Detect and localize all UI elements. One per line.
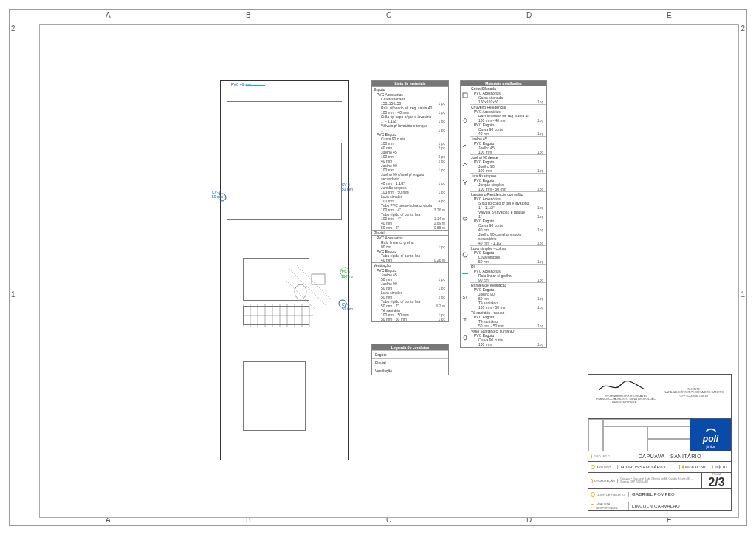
- svg-rect-19: [462, 273, 468, 274]
- legend-item: Ventilação: [372, 367, 448, 375]
- svg-point-14: [339, 300, 346, 307]
- svg-rect-12: [312, 274, 325, 284]
- pipe-segment: [246, 85, 265, 86]
- table-row: Joelho 90 c/anel p/ esgoto secundário: [372, 172, 448, 181]
- table-row: 100 mm1pç: [470, 342, 546, 347]
- sanitary-fixtures: [286, 265, 337, 310]
- svg-point-17: [463, 217, 467, 220]
- detailed-node: Joelho 90 descePVC EsgotoJoelho 90100 mm…: [461, 155, 546, 174]
- symbol-icon: [461, 316, 470, 323]
- materials-list-table: Lista de materiais EsgotoPVC AcessóriosC…: [371, 80, 449, 322]
- svg-point-18: [463, 253, 467, 257]
- grid-row-2-r: 2: [740, 24, 745, 33]
- callout-cv2: CV-250 mm: [342, 183, 353, 191]
- symbol-icon: [461, 216, 470, 222]
- assunto-value: HIDROSSANITÁRIO: [618, 465, 679, 469]
- detailed-node: Lavatório Residencial com sifãoPVC Acess…: [461, 192, 546, 246]
- detailed-node: Vaso Sanitário c/ curva 90°PVC EsgotoCur…: [461, 329, 546, 347]
- svg-point-15: [340, 268, 349, 276]
- sheet-number: 2/3: [708, 476, 724, 489]
- detailed-materials-table: Materiais detalhados Caixa SifonadaPVC A…: [460, 80, 547, 348]
- grid-col-A: A: [106, 11, 111, 19]
- svg-point-20: [464, 335, 467, 340]
- legend-item: Pluvial: [372, 358, 448, 367]
- table-row: 40 mm - 1.1/2"1pç: [470, 241, 546, 245]
- symbol-icon: [461, 143, 470, 149]
- grid-col-C: C: [386, 11, 391, 19]
- floor-plan: PVC 40 mm CV-35: [220, 80, 349, 460]
- grid-row-2-l: 2: [11, 24, 16, 33]
- callout-circle-icon: [218, 193, 227, 202]
- symbol-icon: [461, 252, 470, 259]
- table-row: 100 mm - 50 mm1pç: [470, 187, 546, 191]
- table-row: 50 mm1pç: [470, 259, 546, 264]
- table-row: 40 mm1pç: [470, 132, 546, 136]
- detailed-node: STRamais de VentilaçãoPVC EsgotoJoelho 9…: [461, 283, 546, 310]
- callout-circle-icon: [338, 299, 347, 308]
- logo-arc-icon: [705, 422, 717, 434]
- grid-row-1-l: 1: [11, 290, 16, 299]
- poli-junior-logo: poli júnior: [690, 419, 731, 451]
- table-row: 100 mm1pç: [470, 150, 546, 154]
- grid-col-D: D: [526, 11, 532, 19]
- detailed-node: Caixa SifonadaPVC AcessóriosCaixa sifona…: [461, 86, 546, 105]
- detailed-node: Luva simples - colunaPVC EsgotoLuva simp…: [461, 246, 546, 265]
- analista-value: LINCOLN CARVALHO: [629, 504, 683, 508]
- symbol-icon: [461, 161, 470, 168]
- table-row: 100 mm1pç: [470, 168, 546, 173]
- detailed-node: Tê sanitário - colunaPVC EsgotoTê sanitá…: [461, 310, 546, 329]
- title-block: ENGENHEIRO RESPONSÁVEL FRANCISCO AUGUSTO…: [588, 374, 732, 511]
- localizacao-row: LOCALIZAÇÃO Capuava • Rua José S. de Oli…: [588, 473, 731, 489]
- project-title-row: PROJETO CAPUAVA - SANITÁRIO: [588, 451, 731, 462]
- symbol-icon: [461, 180, 470, 186]
- analista-row: ANALISTA RESPONSÁVEL LINCOLN CARVALHO: [588, 500, 731, 511]
- lider-row: LÍDER DE PROJETO GABRIEL POMPEO: [588, 489, 731, 500]
- symbol-icon: [461, 270, 470, 277]
- project-title: CAPUAVA - SANITÁRIO: [639, 454, 701, 459]
- signature-area: ENGENHEIRO RESPONSÁVEL FRANCISCO AUGUSTO…: [588, 375, 731, 419]
- table-row: 150x150x501pç: [470, 100, 546, 104]
- grid-row-1-r: 1: [740, 290, 745, 299]
- detailed-node: Joelho 45PVC EsgotoJoelho 45100 mm1pç: [461, 137, 546, 155]
- symbol-icon: [461, 335, 470, 341]
- table-row: 100 mm - 50 mm1pç: [470, 305, 546, 310]
- legend-item: Esgoto: [372, 350, 448, 358]
- detailed-node: Chuveiro ResidencialPVC AcessóriosRalo s…: [461, 105, 546, 137]
- drawing-sheet: A B C D E A B C D E 2 1 2 1 PVC 40 mm: [9, 9, 747, 526]
- svg-point-13: [219, 194, 226, 201]
- table-group: Ventilação: [372, 262, 448, 268]
- symbol-icon: [461, 92, 470, 99]
- signature-engineer: ENGENHEIRO RESPONSÁVEL FRANCISCO AUGUSTO…: [596, 379, 656, 404]
- detailed-materials-title: Materiais detalhados: [461, 81, 546, 86]
- materials-list-body: EsgotoPVC AcessóriosCaixa sifonada150x15…: [372, 86, 448, 321]
- svg-point-11: [295, 284, 306, 299]
- callout-circle-icon: [340, 267, 350, 277]
- conduits-legend: Legenda de condutos Esgoto Pluvial Venti…: [371, 344, 449, 375]
- table-row: Joelho 90 c/anel p/ esgoto secundário: [470, 232, 546, 241]
- table-group: Esgoto: [372, 86, 448, 92]
- grid-col-E: E: [667, 11, 672, 19]
- grid-col-B: B: [246, 11, 251, 19]
- table-row: 90 cm1pç: [470, 278, 546, 282]
- detailed-node: Junção simplesPVC EsgotoJunção simples10…: [461, 174, 546, 192]
- symbol-icon: ST: [461, 295, 470, 299]
- table-row: 50 mm - 50 mm1pç: [470, 324, 546, 328]
- materials-list-title: Lista de materiais: [372, 81, 448, 86]
- localizacao-value: Capuava • Rua José S. de Oliveira no 86,…: [618, 477, 701, 485]
- symbol-icon: [461, 117, 470, 124]
- signature-client: CLIENTE NATALIA LEÔNCIO PEREIRA DOS SANT…: [664, 388, 724, 398]
- table-row: 50 mm - 50 mm1 pç: [372, 317, 448, 321]
- assunto-row: ASSUNTO HIDROSSANITÁRIO ESCALA1:50 REV.0…: [588, 462, 731, 473]
- titleblock-grid: [588, 419, 690, 451]
- detailed-materials-body: Caixa SifonadaPVC AcessóriosCaixa sifona…: [461, 86, 546, 347]
- detailed-node: RLPVC AcessóriosRalo linear c/ grelha90 …: [461, 265, 546, 283]
- svg-rect-16: [463, 93, 467, 98]
- table-group: Pluvial: [372, 230, 448, 236]
- legend-title: Legenda de condutos: [372, 344, 448, 350]
- lider-value: GABRIEL POMPEO: [629, 492, 678, 497]
